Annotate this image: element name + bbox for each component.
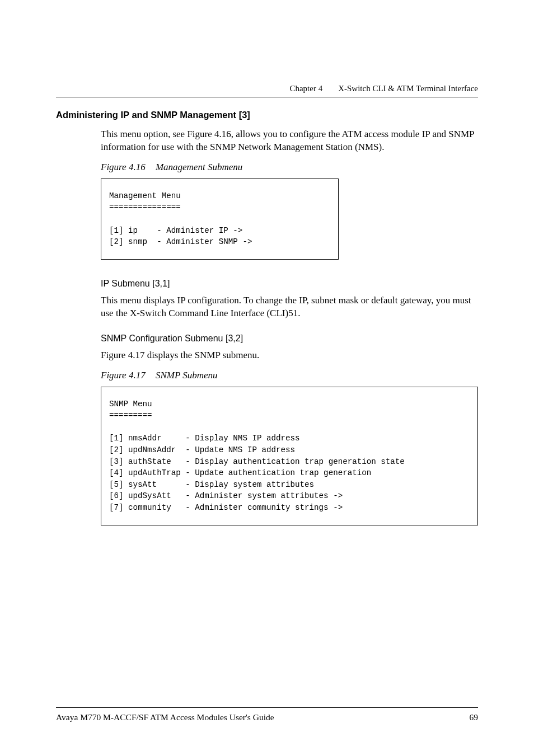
intro-paragraph: This menu option, see Figure 4.16, allow…: [101, 128, 478, 154]
page-footer: Avaya M770 M-ACCF/SF ATM Access Modules …: [56, 707, 478, 722]
snmp-submenu-text: Figure 4.17 displays the SNMP submenu.: [101, 349, 478, 362]
figure-caption-text: SNMP Submenu: [156, 370, 218, 381]
figure-4-17-caption: Figure 4.17 SNMP Submenu: [101, 370, 478, 381]
snmp-submenu-heading: SNMP Configuration Submenu [3,2]: [101, 334, 478, 344]
figure-4-16-caption: Figure 4.16 Management Submenu: [101, 162, 478, 173]
section-title: Administering IP and SNMP Management [3]: [56, 110, 478, 120]
figure-4-16-code: Management Menu =============== [1] ip -…: [101, 179, 339, 260]
page-number: 69: [470, 712, 479, 722]
body-content: This menu option, see Figure 4.16, allow…: [101, 128, 478, 525]
figure-label: Figure 4.16: [101, 162, 146, 172]
chapter-label: Chapter 4: [289, 84, 322, 93]
figure-caption-text: Management Submenu: [156, 162, 242, 172]
running-header: Chapter 4 X-Switch CLI & ATM Terminal In…: [56, 84, 478, 97]
figure-label: Figure 4.17: [101, 370, 146, 381]
ip-submenu-text: This menu displays IP configuration. To …: [101, 294, 478, 320]
footer-title: Avaya M770 M-ACCF/SF ATM Access Modules …: [56, 712, 274, 722]
document-page: Chapter 4 X-Switch CLI & ATM Terminal In…: [0, 0, 534, 756]
chapter-title: X-Switch CLI & ATM Terminal Interface: [338, 84, 478, 93]
ip-submenu-heading: IP Submenu [3,1]: [101, 279, 478, 289]
figure-4-17-code: SNMP Menu ========= [1] nmsAddr - Displa…: [101, 387, 478, 525]
